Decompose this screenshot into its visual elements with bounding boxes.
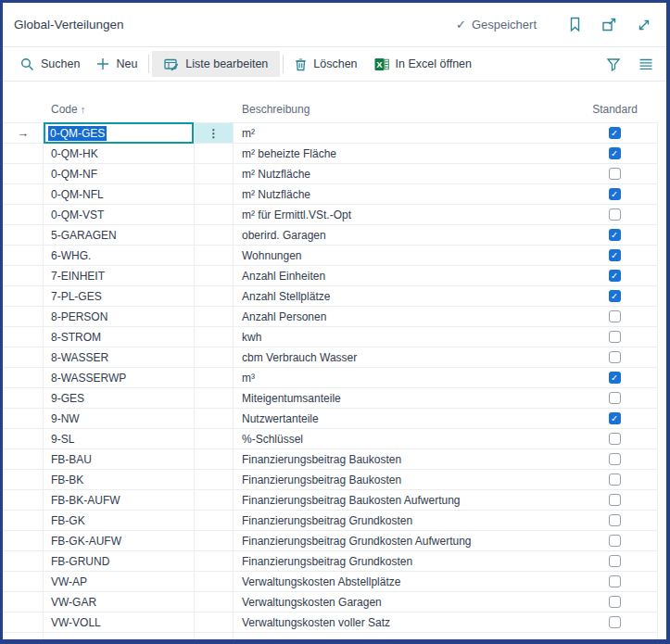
row-context-menu-icon[interactable]: ⋮ <box>209 127 220 140</box>
description-cell[interactable]: Anzahl Einheiten <box>234 266 572 285</box>
code-cell[interactable]: FB-GK-AUFW <box>44 531 195 550</box>
standard-checkbox[interactable] <box>609 331 621 343</box>
code-cell[interactable]: 0-QM-NF <box>44 164 195 183</box>
code-cell[interactable]: 0-QM-GES <box>44 123 195 143</box>
standard-checkbox[interactable]: ✓ <box>609 290 621 302</box>
standard-checkbox[interactable] <box>609 474 621 486</box>
description-cell[interactable]: Finanzierungsbeitrag Baukosten <box>234 470 572 489</box>
row-selector-cell[interactable] <box>3 511 44 530</box>
row-selector-cell[interactable] <box>3 388 44 408</box>
row-selector-cell[interactable] <box>3 592 44 612</box>
table-row[interactable]: FB-GK-AUFWFinanzierungsbeitrag Grundkost… <box>3 531 658 551</box>
list-options-icon[interactable] <box>638 57 653 70</box>
table-row[interactable]: 8-STROMkwh <box>3 327 658 347</box>
standard-checkbox[interactable]: ✓ <box>609 127 621 139</box>
row-selector-cell[interactable] <box>3 470 44 489</box>
table-row[interactable]: 0-QM-VSTm² für Ermittl.VSt.-Opt <box>3 205 658 225</box>
bookmark-icon[interactable] <box>568 17 582 32</box>
description-cell[interactable]: Finanzierungsbeitrag Baukosten Aufwertun… <box>234 490 572 510</box>
description-cell[interactable]: kwh <box>234 327 572 347</box>
row-selector-cell[interactable] <box>3 184 44 204</box>
row-menu-cell[interactable]: ⋮ <box>195 123 234 143</box>
code-cell[interactable]: FB-BAU <box>44 449 195 469</box>
code-cell[interactable]: 5-GARAGEN <box>44 225 195 245</box>
open-in-new-window-icon[interactable] <box>601 18 617 32</box>
row-selector-cell[interactable] <box>3 572 44 591</box>
standard-checkbox[interactable]: ✓ <box>609 372 621 384</box>
table-row[interactable]: 0-QM-NFLm² Nutzfläche✓ <box>3 184 658 205</box>
table-row[interactable]: 5-GARAGENoberird. Garagen✓ <box>3 225 658 246</box>
table-row[interactable]: VW-VOLLVerwaltungskosten voller Satz <box>3 612 658 633</box>
description-cell[interactable]: Finanzierungsbeitrag Grundkosten Aufwert… <box>234 531 572 550</box>
code-cell[interactable]: VW-GAR <box>44 592 195 612</box>
code-cell[interactable]: 0-QM-HK <box>44 144 195 163</box>
row-selector-cell[interactable] <box>3 551 44 571</box>
standard-checkbox[interactable]: ✓ <box>609 249 621 261</box>
row-selector-cell[interactable] <box>3 286 44 306</box>
table-row[interactable]: 7-EINHEITAnzahl Einheiten✓ <box>3 266 658 286</box>
delete-button[interactable]: Löschen <box>286 51 365 77</box>
row-selector-cell[interactable] <box>3 449 44 469</box>
standard-checkbox[interactable] <box>609 208 621 221</box>
row-selector-cell[interactable] <box>3 205 44 224</box>
table-row[interactable]: 8-WASSERWPm³✓ <box>3 368 658 388</box>
code-cell[interactable]: 0-QM-NFL <box>44 184 195 204</box>
code-cell[interactable]: 9-SL <box>44 429 195 448</box>
description-cell[interactable]: Verwaltungskosten Garagen <box>234 592 572 612</box>
standard-checkbox[interactable] <box>609 168 621 180</box>
search-button[interactable]: Suchen <box>12 51 88 77</box>
code-cell[interactable]: FB-GRUND <box>44 551 195 571</box>
description-cell[interactable]: Miteigentumsanteile <box>234 388 572 408</box>
row-selector-cell[interactable]: → <box>3 123 44 143</box>
description-cell[interactable]: %-Schlüssel <box>234 429 572 448</box>
row-selector-cell[interactable] <box>3 429 44 448</box>
code-cell[interactable]: 8-WASSER <box>44 347 195 367</box>
table-row[interactable]: VW-GARVerwaltungskosten Garagen <box>3 592 658 612</box>
description-cell[interactable]: Finanzierungsbeitrag Baukosten <box>234 449 572 469</box>
code-cell[interactable]: 8-PERSON <box>44 307 195 326</box>
standard-checkbox[interactable]: ✓ <box>609 147 621 159</box>
code-cell[interactable]: 0-QM-VST <box>44 205 195 224</box>
code-cell[interactable]: 7-EINHEIT <box>44 266 195 285</box>
standard-checkbox[interactable] <box>609 433 621 445</box>
table-row[interactable]: 7-PL-GESAnzahl Stellplätze✓ <box>3 286 658 307</box>
code-cell[interactable]: VW-VOLL <box>44 612 195 632</box>
standard-checkbox[interactable] <box>609 535 621 547</box>
row-selector-cell[interactable] <box>3 144 44 163</box>
code-cell[interactable]: 9-GES <box>44 388 195 408</box>
standard-checkbox[interactable] <box>609 453 621 465</box>
code-cell[interactable]: 6-WHG. <box>44 246 195 265</box>
table-row[interactable]: 0-QM-HKm² beheizte Fläche✓ <box>3 144 658 164</box>
standard-checkbox[interactable] <box>609 351 621 363</box>
table-row[interactable]: 8-PERSONAnzahl Personen <box>3 307 658 327</box>
code-cell[interactable]: FB-BK-AUFW <box>44 490 195 510</box>
row-selector-cell[interactable] <box>3 246 44 265</box>
standard-checkbox[interactable]: ✓ <box>609 188 621 200</box>
table-row[interactable]: FB-BAUFinanzierungsbeitrag Baukosten <box>3 449 658 470</box>
table-row[interactable]: 8-WASSERcbm Verbrauch Wasser <box>3 347 658 368</box>
standard-checkbox[interactable] <box>609 616 621 628</box>
row-selector-cell[interactable] <box>3 531 44 550</box>
description-cell[interactable]: Finanzierungsbeitrag Grundkosten <box>234 511 572 530</box>
code-cell[interactable]: VW-AP <box>44 572 195 591</box>
standard-checkbox[interactable] <box>609 392 621 404</box>
table-row[interactable]: 9-NWNutzwertanteile✓ <box>3 409 658 429</box>
row-selector-cell[interactable] <box>3 612 44 632</box>
table-row[interactable]: FB-GRUNDFinanzierungsbeitrag Grundkosten <box>3 551 658 572</box>
description-cell[interactable]: m² beheizte Fläche <box>234 144 572 163</box>
table-row[interactable]: VW-APVerwaltungskosten Abstellplätze <box>3 572 658 592</box>
description-cell[interactable]: Anzahl Stellplätze <box>234 286 572 306</box>
code-column-header[interactable]: Code↑ <box>44 103 195 116</box>
row-selector-cell[interactable] <box>3 347 44 367</box>
standard-checkbox[interactable] <box>609 555 621 567</box>
standard-checkbox[interactable] <box>609 310 621 322</box>
standard-checkbox[interactable] <box>609 575 621 587</box>
table-row[interactable]: →0-QM-GES⋮m²✓ <box>3 123 658 144</box>
standard-checkbox[interactable] <box>609 596 621 608</box>
code-cell[interactable]: 8-WASSERWP <box>44 368 195 387</box>
table-row[interactable]: 6-WHG.Wohnungen✓ <box>3 246 658 266</box>
code-cell[interactable]: 7-PL-GES <box>44 286 195 306</box>
standard-checkbox[interactable] <box>609 514 621 526</box>
description-cell[interactable]: m² Nutzfläche <box>234 164 572 183</box>
description-cell[interactable]: Nutzwertanteile <box>234 409 572 428</box>
